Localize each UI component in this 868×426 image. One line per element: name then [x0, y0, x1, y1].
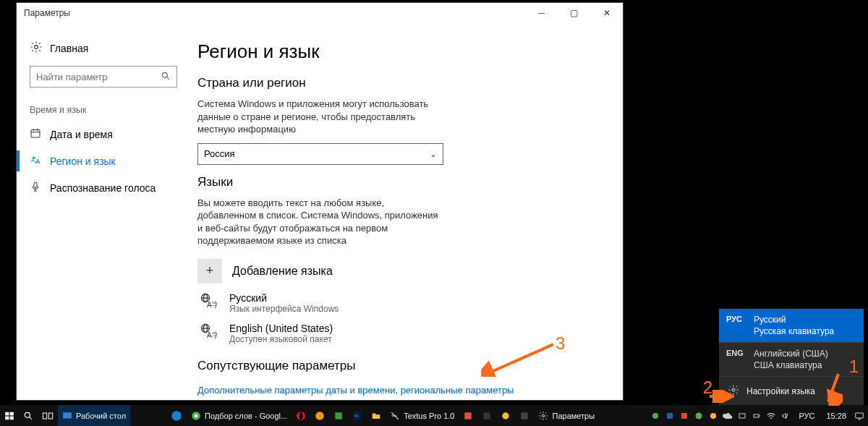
region-select[interactable]: Россия ⌄ — [197, 143, 443, 165]
settings-sidebar: Главная Время и язык Дата и время Реги — [17, 23, 190, 400]
power-icon[interactable] — [751, 410, 762, 422]
tray-icon[interactable] — [707, 410, 719, 422]
svg-point-39 — [542, 414, 545, 417]
taskbar-settings[interactable]: Параметры — [534, 405, 599, 426]
taskbar-label: Параметры — [552, 412, 595, 420]
home-nav[interactable]: Главная — [17, 36, 190, 66]
close-button[interactable]: ✕ — [590, 3, 623, 23]
add-language-button[interactable]: + Добавление языка — [197, 255, 605, 288]
tray-icon[interactable] — [736, 410, 748, 422]
annotation-arrow-3 — [481, 341, 561, 377]
language-name: English (United States) — [229, 323, 333, 334]
taskbar-label: Подбор слов - Googl... — [205, 412, 287, 420]
maximize-button[interactable]: ▢ — [558, 3, 590, 23]
nav-speech[interactable]: Распознавание голоса — [17, 174, 190, 201]
section-region-desc: Система Windows и приложения могут испол… — [197, 98, 443, 136]
svg-point-37 — [503, 412, 509, 419]
photoshop-icon[interactable]: Ps — [348, 405, 367, 426]
svg-rect-35 — [465, 412, 472, 419]
svg-rect-24 — [48, 413, 52, 419]
language-glyph-icon: A字 — [197, 292, 219, 313]
app-icon[interactable] — [515, 405, 534, 426]
taskbar-chrome[interactable]: Подбор слов - Googl... — [187, 405, 292, 426]
tray-icon[interactable] — [693, 410, 705, 422]
svg-text:A字: A字 — [207, 331, 217, 339]
nav-date-time[interactable]: Дата и время — [17, 121, 190, 148]
svg-text:Ps: Ps — [354, 414, 359, 418]
minimize-button[interactable]: ─ — [525, 3, 558, 23]
edge-icon[interactable] — [166, 405, 187, 426]
svg-rect-36 — [484, 412, 490, 419]
svg-rect-41 — [667, 413, 673, 419]
svg-rect-17 — [5, 412, 9, 415]
search-icon[interactable] — [19, 405, 38, 426]
plus-icon: + — [197, 259, 222, 284]
settings-search[interactable] — [30, 66, 177, 88]
gear-icon — [30, 41, 43, 56]
app-icon[interactable] — [496, 405, 515, 426]
nav-region-language[interactable]: Регион и язык — [17, 148, 190, 174]
nav-label: Распознавание голоса — [50, 182, 156, 194]
section-region-title: Страна или регион — [197, 76, 605, 90]
window-titlebar: Параметры ─ ▢ ✕ — [17, 3, 623, 23]
microphone-icon — [30, 181, 41, 195]
lang-code: РУС — [726, 315, 746, 323]
language-name: Русский — [229, 292, 339, 304]
lang-name: Русский — [754, 315, 834, 325]
related-settings-link[interactable]: Дополнительные параметры даты и времени,… — [197, 385, 514, 396]
firefox-icon[interactable] — [310, 405, 329, 426]
lang-sub: Русская клавиатура — [754, 326, 834, 336]
system-tray: РУС 15:28 — [650, 405, 868, 426]
nav-group-label: Время и язык — [17, 101, 190, 121]
explorer-icon[interactable] — [367, 405, 386, 426]
opera-icon[interactable] — [292, 405, 310, 426]
lang-sub: США клавиатура — [754, 360, 828, 370]
svg-point-44 — [710, 413, 716, 419]
app-icon[interactable] — [477, 405, 496, 426]
svg-point-1 — [162, 72, 167, 77]
tray-icon[interactable] — [664, 410, 676, 422]
svg-text:A字: A字 — [207, 301, 217, 309]
wifi-icon[interactable] — [765, 410, 777, 422]
taskbar-desktop[interactable]: Рабочий стол — [58, 405, 130, 426]
svg-line-22 — [29, 417, 31, 419]
clock[interactable]: 15:28 — [822, 412, 851, 420]
volume-icon[interactable] — [780, 410, 791, 422]
svg-rect-18 — [10, 412, 14, 415]
action-center-icon[interactable] — [854, 410, 865, 422]
onedrive-icon[interactable] — [722, 410, 733, 422]
globe-language-icon — [30, 154, 41, 168]
language-glyph-icon: A字 — [197, 323, 219, 344]
section-languages-title: Языки — [197, 175, 605, 189]
nav-label: Дата и время — [50, 129, 113, 140]
svg-point-40 — [652, 413, 658, 419]
svg-rect-20 — [10, 416, 14, 419]
svg-point-21 — [25, 412, 30, 417]
tray-icon[interactable] — [678, 410, 690, 422]
region-value: Россия — [204, 148, 235, 159]
lang-option-rus[interactable]: РУС Русский Русская клавиатура — [719, 309, 864, 343]
nav-label: Регион и язык — [50, 156, 116, 167]
task-view-icon[interactable] — [38, 405, 58, 426]
svg-line-2 — [166, 77, 169, 79]
add-language-label: Добавление языка — [232, 265, 333, 278]
taskbar-textuspro[interactable]: Textus Pro 1.0 — [386, 405, 459, 426]
tray-icon[interactable] — [650, 410, 661, 422]
app-icon[interactable] — [329, 405, 348, 426]
svg-rect-19 — [5, 416, 9, 419]
taskbar-label: Рабочий стол — [76, 412, 126, 420]
start-button[interactable] — [0, 405, 19, 426]
svg-point-43 — [696, 412, 702, 419]
svg-point-28 — [195, 414, 198, 417]
chevron-down-icon: ⌄ — [430, 149, 437, 159]
lang-settings-label: Настройки языка — [746, 386, 815, 396]
annotation-number-1: 1 — [849, 357, 859, 377]
lang-code: ENG — [726, 349, 746, 357]
language-item[interactable]: A字 Русский Язык интерфейса Windows — [197, 288, 605, 318]
svg-rect-48 — [856, 412, 864, 417]
language-text: Русский Язык интерфейса Windows — [229, 292, 339, 314]
app-icon[interactable] — [459, 405, 477, 426]
svg-rect-25 — [63, 412, 72, 418]
language-indicator[interactable]: РУС — [794, 412, 819, 420]
search-input[interactable] — [36, 72, 161, 82]
